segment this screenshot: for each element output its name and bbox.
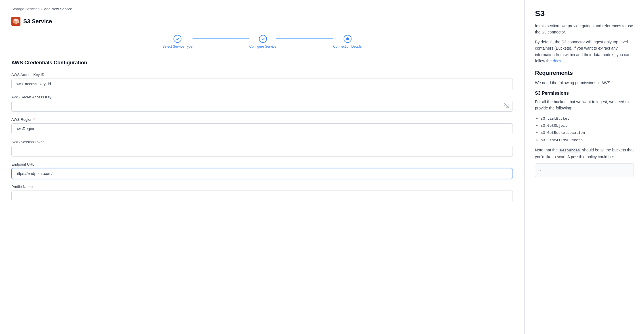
step-1-circle xyxy=(173,35,181,43)
step-configure-service: Configure Service xyxy=(249,35,276,48)
breadcrumb: Storage Services / Add New Service xyxy=(11,7,513,11)
doc-intro: In this section, we provide guides and r… xyxy=(535,23,634,35)
step-connector-1 xyxy=(193,38,249,39)
step-2-label: Configure Service xyxy=(249,45,276,48)
form-group-secret-key: AWS Secret Access Key xyxy=(11,95,513,112)
permissions-list: s3:ListBucket s3:GetObject s3:GetBucketL… xyxy=(535,115,634,144)
label-access-key: AWS Access Key ID xyxy=(11,73,513,77)
doc-s3-permissions-title: S3 Permissions xyxy=(535,91,634,96)
note-code: Resources xyxy=(559,148,581,153)
form-group-endpoint-url: Endpoint URL xyxy=(11,162,513,179)
list-item: s3:ListAllMyBuckets xyxy=(541,136,634,143)
list-item: s3:GetBucketLocation xyxy=(541,129,634,136)
profile-name-input[interactable] xyxy=(11,191,513,201)
step-select-service: Select Service Type xyxy=(162,35,193,48)
step-connection-details: Connection Details xyxy=(333,35,362,48)
endpoint-url-input[interactable] xyxy=(11,168,513,179)
list-item: s3:ListBucket xyxy=(541,115,634,122)
label-session-token: AWS Session Token xyxy=(11,140,513,144)
form-group-session-token: AWS Session Token xyxy=(11,140,513,157)
form-group-access-key: AWS Access Key ID xyxy=(11,73,513,89)
app-layout: Storage Services / Add New Service S3 Se… xyxy=(0,0,644,334)
step-2-circle xyxy=(259,35,267,43)
left-panel: Storage Services / Add New Service S3 Se… xyxy=(0,0,524,334)
aws-session-token-input[interactable] xyxy=(11,146,513,157)
form-group-region: AWS Region * xyxy=(11,117,513,134)
secret-key-wrapper xyxy=(11,101,513,112)
label-region: AWS Region * xyxy=(11,117,513,122)
doc-note: Note that the Resources should be all th… xyxy=(535,147,634,160)
list-item: s3:GetObject xyxy=(541,122,634,129)
form-group-profile-name: Profile Name xyxy=(11,185,513,201)
breadcrumb-current: Add New Service xyxy=(44,7,72,11)
label-endpoint-url: Endpoint URL xyxy=(11,162,513,166)
docs-link[interactable]: docs xyxy=(553,59,561,63)
s3-icon xyxy=(11,17,20,26)
aws-access-key-input[interactable] xyxy=(11,79,513,89)
aws-region-input[interactable] xyxy=(11,123,513,134)
doc-requirements-intro: We need the following permissions in AWS… xyxy=(535,80,634,86)
doc-s3-permissions-intro: For all the buckets that we want to inge… xyxy=(535,99,634,111)
step-1-label: Select Service Type xyxy=(162,45,193,48)
right-panel: S3 In this section, we provide guides an… xyxy=(525,0,644,334)
stepper: Select Service Type Configure Service Co… xyxy=(11,35,513,48)
form-section: AWS Credentials Configuration AWS Access… xyxy=(11,60,513,201)
step-connector-2 xyxy=(276,38,333,39)
required-indicator: * xyxy=(33,117,35,122)
section-title: AWS Credentials Configuration xyxy=(11,60,513,66)
eye-icon[interactable] xyxy=(504,103,509,109)
code-block: { xyxy=(535,163,634,177)
service-title: S3 Service xyxy=(23,18,52,25)
doc-title: S3 xyxy=(535,9,634,18)
label-profile-name: Profile Name xyxy=(11,185,513,189)
label-secret-key: AWS Secret Access Key xyxy=(11,95,513,99)
step-3-label: Connection Details xyxy=(333,45,362,48)
aws-secret-key-input[interactable] xyxy=(11,101,513,112)
step-3-circle xyxy=(344,35,352,43)
breadcrumb-separator: / xyxy=(41,7,42,11)
doc-description: By default, the S3 connector will ingest… xyxy=(535,39,634,64)
breadcrumb-parent[interactable]: Storage Services xyxy=(11,7,39,11)
service-header: S3 Service xyxy=(11,17,513,26)
doc-requirements-title: Requirements xyxy=(535,70,634,76)
